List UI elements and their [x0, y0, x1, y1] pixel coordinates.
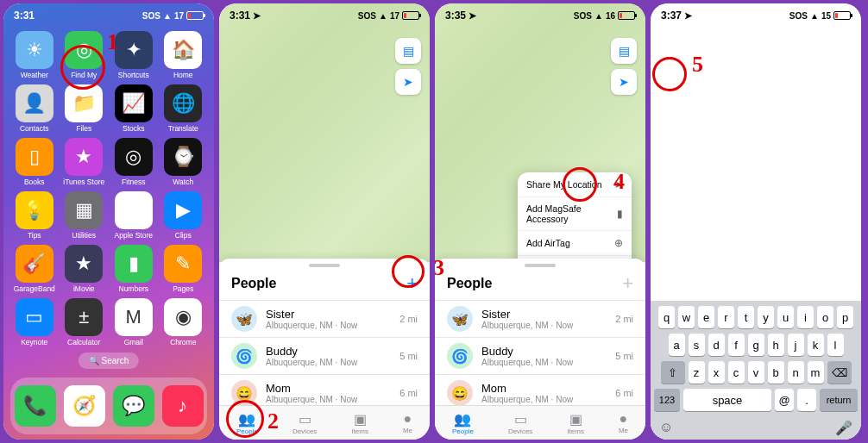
key-x[interactable]: x: [708, 361, 725, 384]
map-mode-button[interactable]: ▤: [395, 38, 421, 64]
key-m[interactable]: m: [808, 361, 824, 384]
key-z[interactable]: z: [689, 361, 705, 384]
avatar: 🦋: [231, 306, 257, 332]
key-d[interactable]: d: [708, 334, 725, 356]
app-keynote[interactable]: ▭Keynote: [12, 298, 57, 346]
emoji-key[interactable]: ☺: [659, 420, 673, 436]
location-arrow-icon: ➤: [684, 10, 692, 21]
app-stocks[interactable]: 📈Stocks: [111, 84, 156, 133]
key-j[interactable]: j: [788, 334, 804, 356]
app-chrome[interactable]: ◉Chrome: [161, 298, 206, 346]
key-dot[interactable]: .: [797, 389, 816, 411]
tab-devices[interactable]: ▭Devices: [292, 411, 317, 435]
person-row[interactable]: 🌀 Buddy Albuquerque, NM · Now 5 mi: [435, 337, 645, 374]
app-books[interactable]: ▯Books: [12, 138, 57, 186]
tab-people[interactable]: 👥People: [452, 411, 474, 435]
dock-music[interactable]: ♪: [162, 385, 204, 427]
key-g[interactable]: g: [748, 334, 764, 356]
person-distance: 2 mi: [615, 314, 633, 324]
tabbar: 👥People▭Devices▣Items●Me: [219, 405, 430, 440]
add-button[interactable]: +: [406, 272, 418, 295]
key-p[interactable]: p: [837, 306, 853, 328]
map-locate-button[interactable]: ➤: [611, 69, 637, 95]
key-w[interactable]: w: [678, 306, 695, 328]
key-delete[interactable]: ⌫: [827, 361, 852, 384]
avatar: 🦋: [447, 306, 473, 332]
key-l[interactable]: l: [827, 334, 844, 356]
menu-add-airtag[interactable]: Add AirTag⊕: [518, 231, 632, 256]
key-n[interactable]: n: [788, 361, 804, 384]
app-pages[interactable]: ✎Pages: [161, 245, 206, 293]
menu-add-magsafe-accessory[interactable]: Add MagSafe Accessory▮: [518, 197, 632, 231]
sheet-grabber[interactable]: [309, 264, 340, 267]
app-calculator[interactable]: ±Calculator: [62, 298, 107, 346]
key-o[interactable]: o: [817, 306, 833, 328]
person-sub: Albuquerque, NM · Now: [266, 358, 399, 367]
app-apple-store[interactable]: Apple Store: [111, 191, 156, 240]
key-c[interactable]: c: [728, 361, 745, 384]
person-row[interactable]: 🌀 Buddy Albuquerque, NM · Now 5 mi: [219, 337, 430, 374]
map-locate-button[interactable]: ➤: [395, 69, 421, 95]
key-v[interactable]: v: [748, 361, 764, 384]
key-t[interactable]: t: [738, 306, 754, 328]
add-button[interactable]: +: [622, 272, 633, 295]
menu-share-my-location[interactable]: Share My Location➤: [518, 172, 632, 197]
app-find-my[interactable]: ◎Find My: [62, 31, 107, 79]
key-f[interactable]: f: [728, 334, 745, 356]
app-imovie[interactable]: ★iMovie: [62, 245, 107, 293]
tab-me[interactable]: ●Me: [403, 411, 412, 434]
app-utilities[interactable]: ▦Utilities: [62, 191, 107, 240]
key-y[interactable]: y: [758, 306, 774, 328]
tab-devices[interactable]: ▭Devices: [508, 411, 532, 435]
key-s[interactable]: s: [689, 334, 705, 356]
search-pill[interactable]: 🔍 Search: [79, 353, 139, 369]
app-translate[interactable]: 🌐Translate: [161, 84, 206, 133]
app-fitness[interactable]: ◎Fitness: [111, 138, 156, 186]
key-i[interactable]: i: [797, 306, 814, 328]
key-q[interactable]: q: [658, 306, 675, 328]
app-files[interactable]: 📁Files: [62, 84, 107, 133]
key-h[interactable]: h: [768, 334, 784, 356]
app-watch[interactable]: ⌚Watch: [161, 138, 206, 186]
map-mode-button[interactable]: ▤: [611, 38, 637, 64]
key-at[interactable]: @: [775, 389, 794, 411]
app-weather[interactable]: ☀Weather: [12, 31, 57, 79]
tab-items[interactable]: ▣Items: [567, 411, 584, 435]
status-time: 3:37: [661, 9, 682, 22]
dock-messages[interactable]: 💬: [113, 385, 154, 427]
key-shift[interactable]: ⇧: [661, 361, 685, 384]
app-tips[interactable]: 💡Tips: [12, 191, 57, 240]
key-k[interactable]: k: [808, 334, 824, 356]
key-return[interactable]: return: [820, 389, 858, 411]
app-numbers[interactable]: ▮Numbers: [111, 245, 156, 293]
key-e[interactable]: e: [698, 306, 714, 328]
screen-home: 3:31 SOS ▲ 17 ☀Weather◎Find My✦Shortcuts…: [3, 3, 214, 440]
status-bar: 3:31 SOS ▲ 17: [3, 3, 214, 28]
location-arrow-icon: ➤: [469, 10, 476, 21]
key-a[interactable]: a: [669, 334, 685, 356]
app-contacts[interactable]: 👤Contacts: [12, 84, 57, 133]
key-b[interactable]: b: [768, 361, 784, 384]
tab-items[interactable]: ▣Items: [351, 411, 368, 435]
app-itunes-store[interactable]: ★iTunes Store: [62, 138, 107, 186]
key-r[interactable]: r: [718, 306, 734, 328]
key-space[interactable]: space: [683, 389, 771, 411]
tab-people[interactable]: 👥People: [236, 411, 258, 435]
key-123[interactable]: 123: [654, 389, 680, 411]
app-shortcuts[interactable]: ✦Shortcuts: [111, 31, 156, 79]
app-gmail[interactable]: MGmail: [111, 298, 156, 346]
dock-safari[interactable]: 🧭: [64, 385, 105, 427]
status-bar: 3:31 ➤ SOS ▲ 17: [219, 3, 430, 28]
person-distance: 6 mi: [615, 388, 633, 398]
person-row[interactable]: 🦋 Sister Albuquerque, NM · Now 2 mi: [219, 300, 430, 337]
app-home[interactable]: 🏠Home: [161, 31, 206, 79]
app-garageband[interactable]: 🎸GarageBand: [12, 245, 57, 293]
person-row[interactable]: 🦋 Sister Albuquerque, NM · Now 2 mi: [435, 300, 645, 337]
app-clips[interactable]: ▶Clips: [161, 191, 206, 240]
key-u[interactable]: u: [777, 306, 794, 328]
dock-phone[interactable]: 📞: [15, 385, 56, 427]
mic-key[interactable]: 🎤: [835, 420, 852, 436]
avatar: 🌀: [447, 343, 473, 369]
tab-me[interactable]: ●Me: [619, 411, 628, 434]
sheet-grabber[interactable]: [525, 264, 556, 267]
